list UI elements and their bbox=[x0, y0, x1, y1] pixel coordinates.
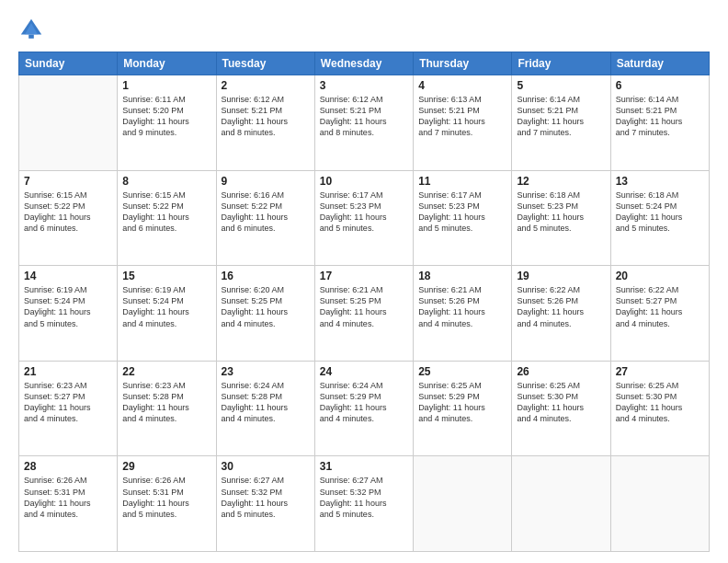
day-number: 21 bbox=[24, 365, 112, 378]
day-cell: 28Sunrise: 6:26 AM Sunset: 5:31 PM Dayli… bbox=[19, 456, 118, 552]
day-info: Sunrise: 6:13 AM Sunset: 5:21 PM Dayligh… bbox=[418, 94, 506, 139]
day-number: 31 bbox=[320, 460, 408, 473]
day-cell: 13Sunrise: 6:18 AM Sunset: 5:24 PM Dayli… bbox=[610, 170, 709, 266]
day-info: Sunrise: 6:24 AM Sunset: 5:29 PM Dayligh… bbox=[320, 380, 408, 425]
day-info: Sunrise: 6:14 AM Sunset: 5:21 PM Dayligh… bbox=[616, 94, 704, 139]
day-cell: 18Sunrise: 6:21 AM Sunset: 5:26 PM Dayli… bbox=[414, 266, 512, 362]
day-info: Sunrise: 6:11 AM Sunset: 5:20 PM Dayligh… bbox=[122, 94, 210, 139]
day-number: 17 bbox=[320, 270, 408, 282]
day-cell: 5Sunrise: 6:14 AM Sunset: 5:21 PM Daylig… bbox=[512, 75, 610, 171]
day-info: Sunrise: 6:27 AM Sunset: 5:32 PM Dayligh… bbox=[222, 475, 310, 520]
day-cell: 16Sunrise: 6:20 AM Sunset: 5:25 PM Dayli… bbox=[216, 266, 314, 362]
day-info: Sunrise: 6:14 AM Sunset: 5:21 PM Dayligh… bbox=[517, 94, 605, 139]
day-number: 25 bbox=[418, 365, 506, 378]
day-cell: 22Sunrise: 6:23 AM Sunset: 5:28 PM Dayli… bbox=[118, 361, 216, 456]
day-info: Sunrise: 6:19 AM Sunset: 5:24 PM Dayligh… bbox=[24, 284, 112, 329]
col-monday: Monday bbox=[118, 52, 216, 75]
day-cell: 17Sunrise: 6:21 AM Sunset: 5:25 PM Dayli… bbox=[314, 266, 413, 362]
page: Sunday Monday Tuesday Wednesday Thursday… bbox=[0, 0, 728, 563]
day-info: Sunrise: 6:15 AM Sunset: 5:22 PM Dayligh… bbox=[122, 190, 210, 235]
day-cell: 1Sunrise: 6:11 AM Sunset: 5:20 PM Daylig… bbox=[118, 75, 216, 171]
day-number: 19 bbox=[517, 270, 605, 282]
day-cell: 29Sunrise: 6:26 AM Sunset: 5:31 PM Dayli… bbox=[118, 456, 216, 552]
week-row-1: 1Sunrise: 6:11 AM Sunset: 5:20 PM Daylig… bbox=[19, 75, 710, 171]
day-number: 8 bbox=[122, 175, 210, 188]
day-number: 16 bbox=[222, 270, 310, 282]
calendar-table: Sunday Monday Tuesday Wednesday Thursday… bbox=[18, 52, 710, 552]
day-cell: 24Sunrise: 6:24 AM Sunset: 5:29 PM Dayli… bbox=[314, 361, 413, 456]
day-cell: 31Sunrise: 6:27 AM Sunset: 5:32 PM Dayli… bbox=[314, 456, 413, 552]
week-row-3: 14Sunrise: 6:19 AM Sunset: 5:24 PM Dayli… bbox=[19, 266, 710, 362]
col-thursday: Thursday bbox=[414, 52, 512, 75]
day-number: 2 bbox=[222, 79, 310, 92]
day-info: Sunrise: 6:26 AM Sunset: 5:31 PM Dayligh… bbox=[122, 475, 210, 520]
col-tuesday: Tuesday bbox=[216, 52, 314, 75]
day-cell: 7Sunrise: 6:15 AM Sunset: 5:22 PM Daylig… bbox=[19, 170, 118, 266]
day-info: Sunrise: 6:22 AM Sunset: 5:27 PM Dayligh… bbox=[616, 284, 704, 329]
day-cell: 8Sunrise: 6:15 AM Sunset: 5:22 PM Daylig… bbox=[118, 170, 216, 266]
svg-rect-2 bbox=[28, 35, 34, 39]
day-number: 1 bbox=[122, 79, 210, 92]
day-info: Sunrise: 6:15 AM Sunset: 5:22 PM Dayligh… bbox=[24, 190, 112, 235]
day-number: 24 bbox=[320, 365, 408, 378]
day-info: Sunrise: 6:17 AM Sunset: 5:23 PM Dayligh… bbox=[418, 190, 506, 235]
day-number: 18 bbox=[418, 270, 506, 282]
day-cell: 23Sunrise: 6:24 AM Sunset: 5:28 PM Dayli… bbox=[216, 361, 314, 456]
day-info: Sunrise: 6:18 AM Sunset: 5:24 PM Dayligh… bbox=[616, 190, 704, 235]
header bbox=[18, 17, 710, 42]
day-number: 15 bbox=[122, 270, 210, 282]
week-row-2: 7Sunrise: 6:15 AM Sunset: 5:22 PM Daylig… bbox=[19, 170, 710, 266]
day-number: 7 bbox=[24, 175, 112, 188]
day-info: Sunrise: 6:25 AM Sunset: 5:30 PM Dayligh… bbox=[616, 380, 704, 425]
col-friday: Friday bbox=[512, 52, 610, 75]
day-info: Sunrise: 6:27 AM Sunset: 5:32 PM Dayligh… bbox=[320, 475, 408, 520]
col-wednesday: Wednesday bbox=[314, 52, 413, 75]
day-cell: 10Sunrise: 6:17 AM Sunset: 5:23 PM Dayli… bbox=[314, 170, 413, 266]
day-info: Sunrise: 6:24 AM Sunset: 5:28 PM Dayligh… bbox=[222, 380, 310, 425]
day-number: 26 bbox=[517, 365, 605, 378]
day-cell: 4Sunrise: 6:13 AM Sunset: 5:21 PM Daylig… bbox=[414, 75, 512, 171]
day-number: 4 bbox=[418, 79, 506, 92]
day-number: 5 bbox=[517, 79, 605, 92]
day-cell: 2Sunrise: 6:12 AM Sunset: 5:21 PM Daylig… bbox=[216, 75, 314, 171]
day-info: Sunrise: 6:23 AM Sunset: 5:27 PM Dayligh… bbox=[24, 380, 112, 425]
day-info: Sunrise: 6:17 AM Sunset: 5:23 PM Dayligh… bbox=[320, 190, 408, 235]
day-cell: 3Sunrise: 6:12 AM Sunset: 5:21 PM Daylig… bbox=[314, 75, 413, 171]
day-cell: 15Sunrise: 6:19 AM Sunset: 5:24 PM Dayli… bbox=[118, 266, 216, 362]
day-number: 29 bbox=[122, 460, 210, 473]
day-number: 10 bbox=[320, 175, 408, 188]
day-cell: 26Sunrise: 6:25 AM Sunset: 5:30 PM Dayli… bbox=[512, 361, 610, 456]
day-number: 3 bbox=[320, 79, 408, 92]
day-cell: 25Sunrise: 6:25 AM Sunset: 5:29 PM Dayli… bbox=[414, 361, 512, 456]
day-info: Sunrise: 6:25 AM Sunset: 5:29 PM Dayligh… bbox=[418, 380, 506, 425]
day-number: 28 bbox=[24, 460, 112, 473]
day-cell: 9Sunrise: 6:16 AM Sunset: 5:22 PM Daylig… bbox=[216, 170, 314, 266]
day-cell: 14Sunrise: 6:19 AM Sunset: 5:24 PM Dayli… bbox=[19, 266, 118, 362]
day-cell: 12Sunrise: 6:18 AM Sunset: 5:23 PM Dayli… bbox=[512, 170, 610, 266]
day-number: 9 bbox=[222, 175, 310, 188]
day-info: Sunrise: 6:12 AM Sunset: 5:21 PM Dayligh… bbox=[320, 94, 408, 139]
day-info: Sunrise: 6:18 AM Sunset: 5:23 PM Dayligh… bbox=[517, 190, 605, 235]
day-cell: 19Sunrise: 6:22 AM Sunset: 5:26 PM Dayli… bbox=[512, 266, 610, 362]
logo bbox=[18, 17, 48, 42]
day-cell bbox=[512, 456, 610, 552]
day-info: Sunrise: 6:23 AM Sunset: 5:28 PM Dayligh… bbox=[122, 380, 210, 425]
week-row-5: 28Sunrise: 6:26 AM Sunset: 5:31 PM Dayli… bbox=[19, 456, 710, 552]
col-saturday: Saturday bbox=[610, 52, 709, 75]
day-cell bbox=[19, 75, 118, 171]
day-info: Sunrise: 6:25 AM Sunset: 5:30 PM Dayligh… bbox=[517, 380, 605, 425]
day-info: Sunrise: 6:19 AM Sunset: 5:24 PM Dayligh… bbox=[122, 284, 210, 329]
day-info: Sunrise: 6:22 AM Sunset: 5:26 PM Dayligh… bbox=[517, 284, 605, 329]
day-number: 23 bbox=[222, 365, 310, 378]
day-number: 30 bbox=[222, 460, 310, 473]
day-number: 27 bbox=[616, 365, 704, 378]
day-cell: 21Sunrise: 6:23 AM Sunset: 5:27 PM Dayli… bbox=[19, 361, 118, 456]
day-info: Sunrise: 6:26 AM Sunset: 5:31 PM Dayligh… bbox=[24, 475, 112, 520]
day-cell bbox=[610, 456, 709, 552]
day-number: 22 bbox=[122, 365, 210, 378]
day-info: Sunrise: 6:12 AM Sunset: 5:21 PM Dayligh… bbox=[222, 94, 310, 139]
day-number: 6 bbox=[616, 79, 704, 92]
day-number: 14 bbox=[24, 270, 112, 282]
day-number: 13 bbox=[616, 175, 704, 188]
day-number: 11 bbox=[418, 175, 506, 188]
